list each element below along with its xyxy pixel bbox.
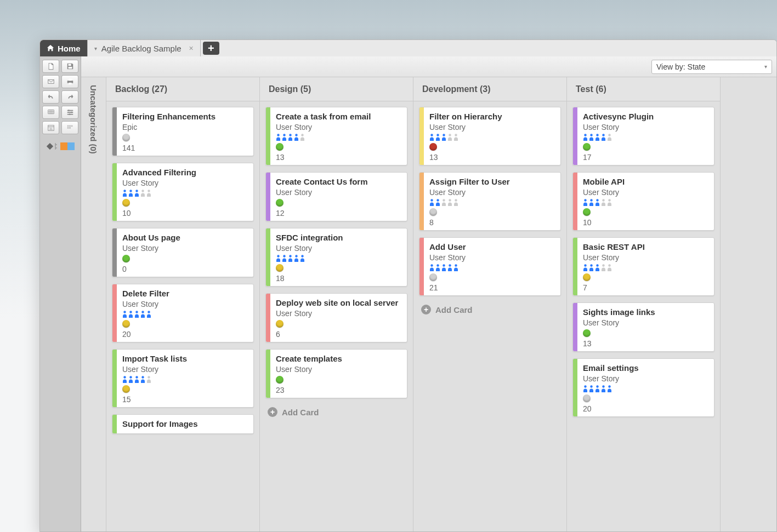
- card-status-row: [583, 208, 708, 216]
- card-title: Activesync Plugin: [583, 112, 708, 122]
- person-icon: [140, 311, 145, 318]
- card-title: Create a task from email: [276, 112, 401, 122]
- card-subtitle: User Story: [583, 318, 708, 327]
- person-icon: [140, 190, 145, 197]
- kanban-card[interactable]: Basic REST API User Story 7: [572, 237, 714, 296]
- save-button[interactable]: [61, 60, 78, 73]
- card-view-button[interactable]: [61, 121, 78, 134]
- card-stripe: [112, 284, 117, 342]
- kanban-card[interactable]: Assign Filter to User User Story 8: [419, 172, 561, 231]
- person-icon: [128, 190, 133, 197]
- person-icon: [429, 134, 434, 141]
- svg-point-23: [135, 311, 138, 313]
- tab-dropdown-icon[interactable]: ▾: [94, 45, 97, 52]
- card-people: [583, 264, 708, 271]
- kanban-card[interactable]: Support for Images: [112, 414, 254, 434]
- cards-icon: [66, 124, 74, 131]
- card-title: Import Task lists: [122, 354, 248, 364]
- kanban-card[interactable]: Import Task lists User Story 15: [112, 349, 254, 408]
- person-icon: [140, 376, 145, 383]
- svg-rect-15: [71, 125, 72, 127]
- gantt-view-button[interactable]: [61, 106, 78, 119]
- svg-point-57: [590, 134, 592, 136]
- svg-point-50: [455, 199, 457, 201]
- column-header[interactable]: Test (6): [567, 77, 720, 101]
- color-swatch: [60, 142, 75, 150]
- person-icon: [276, 255, 281, 262]
- uncategorized-column[interactable]: Uncategorized (0): [81, 77, 106, 531]
- kanban-card[interactable]: Create a task from email User Story 13: [265, 107, 407, 165]
- svg-point-75: [608, 385, 610, 387]
- column-header[interactable]: Development (3): [413, 77, 566, 101]
- tab-home-label: Home: [58, 44, 81, 53]
- column-cards: Filtering Enhancements Epic 141 Advanced…: [106, 101, 259, 531]
- calendar-view-button[interactable]: 31: [42, 121, 59, 134]
- svg-point-31: [277, 134, 279, 136]
- status-dot: [583, 208, 591, 216]
- column-header[interactable]: Backlog (27): [106, 77, 259, 101]
- plus-icon: +: [421, 305, 431, 314]
- kanban-card[interactable]: SFDC integration User Story 18: [265, 228, 407, 287]
- kanban-card[interactable]: Create Contact Us form User Story 12: [265, 172, 407, 221]
- tab-home[interactable]: Home: [40, 40, 88, 56]
- person-icon: [435, 264, 440, 271]
- card-status-row: [583, 273, 708, 281]
- kanban-card[interactable]: Delete Filter User Story 20: [112, 284, 254, 342]
- column-cards: Filter on Hierarchy User Story 13 Assign…: [413, 101, 566, 531]
- tab-sheet-label: Agile Backlog Sample: [101, 44, 182, 53]
- kanban-card[interactable]: Activesync Plugin User Story 17: [572, 107, 714, 165]
- status-dot: [276, 143, 283, 151]
- column-header[interactable]: Design (5): [260, 77, 413, 101]
- svg-point-19: [141, 190, 144, 192]
- card-status-row: [122, 134, 248, 141]
- grid-view-button[interactable]: [42, 106, 59, 119]
- svg-point-37: [283, 255, 285, 257]
- card-points: 7: [583, 283, 708, 292]
- undo-button[interactable]: [42, 90, 59, 104]
- card-points: 10: [122, 209, 248, 218]
- svg-rect-12: [69, 125, 71, 127]
- new-sheet-button[interactable]: [42, 60, 59, 73]
- redo-button[interactable]: [61, 90, 78, 104]
- person-icon: [146, 376, 151, 383]
- person-icon: [300, 134, 305, 141]
- add-card-button[interactable]: +Add Card: [265, 405, 407, 425]
- card-points: 17: [583, 153, 708, 162]
- tab-sheet[interactable]: ▾ Agile Backlog Sample ×: [88, 40, 201, 56]
- kanban-card[interactable]: Filtering Enhancements Epic 141: [112, 107, 254, 156]
- mail-button[interactable]: [42, 75, 59, 88]
- card-points: 23: [276, 386, 401, 394]
- kanban-card[interactable]: Sights image links User Story 13: [572, 302, 714, 352]
- svg-point-42: [436, 134, 439, 136]
- tab-add-button[interactable]: +: [203, 42, 219, 55]
- kanban-card[interactable]: Mobile API User Story 10: [572, 172, 714, 231]
- kanban-card[interactable]: About Us page User Story 0: [112, 228, 254, 277]
- card-title: Assign Filter to User: [429, 177, 555, 187]
- print-button[interactable]: [61, 75, 78, 88]
- svg-rect-0: [68, 64, 71, 66]
- card-people: [122, 190, 248, 197]
- person-icon: [595, 385, 600, 392]
- card-title: Support for Images: [122, 419, 248, 429]
- tab-close-icon[interactable]: ×: [189, 44, 194, 53]
- kanban-card[interactable]: Deploy web site on local server User Sto…: [265, 293, 407, 342]
- svg-point-30: [148, 376, 150, 378]
- card-subtitle: User Story: [429, 188, 555, 197]
- kanban-card[interactable]: Filter on Hierarchy User Story 13: [419, 107, 561, 165]
- person-icon: [589, 199, 594, 206]
- kanban-card[interactable]: Email settings User Story 20: [572, 358, 714, 417]
- status-dot: [276, 376, 283, 384]
- kanban-card[interactable]: Advanced Filtering User Story 10: [112, 163, 254, 221]
- kanban-card[interactable]: Create templates User Story 23: [265, 349, 407, 398]
- card-stripe: [266, 294, 270, 342]
- card-title: Filtering Enhancements: [122, 112, 248, 122]
- svg-point-49: [449, 199, 451, 201]
- person-icon: [583, 199, 588, 206]
- kanban-card[interactable]: Add User User Story 21: [419, 237, 561, 296]
- card-stripe: [573, 359, 577, 416]
- add-card-button[interactable]: +Add Card: [419, 302, 561, 322]
- svg-point-36: [277, 255, 279, 257]
- svg-point-44: [449, 134, 451, 136]
- view-by-select[interactable]: View by: State: [651, 60, 772, 74]
- svg-point-34: [295, 134, 297, 136]
